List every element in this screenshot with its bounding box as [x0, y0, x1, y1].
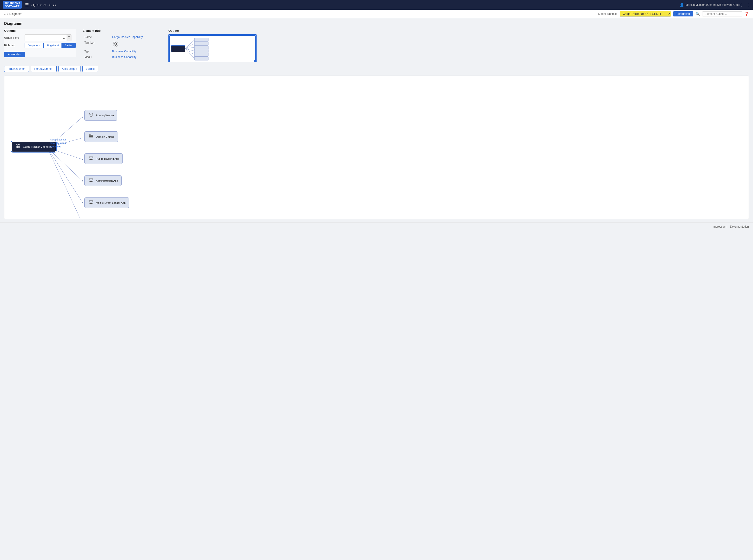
info-typ-value[interactable]: Business Capability — [112, 50, 136, 53]
svg-rect-16 — [194, 38, 208, 42]
info-typicon-row: Typ-Icon — [82, 40, 161, 49]
depth-arrows: ▲ ▼ — [66, 35, 71, 41]
herauszoomen-button[interactable]: Herauszoomen — [31, 66, 57, 72]
dokumentation-link[interactable]: Dokumentation — [730, 225, 749, 228]
svg-line-15 — [185, 49, 194, 58]
label-processes: processes — [50, 145, 66, 148]
svg-rect-21 — [194, 57, 208, 60]
mobile-event-logger-label: Mobile Event Logger App — [96, 201, 126, 204]
depth-input-wrap: ▲ ▼ — [24, 34, 72, 41]
outline-box[interactable] — [169, 34, 256, 62]
svg-rect-55 — [90, 203, 92, 204]
node-cargo-tracker-service-app[interactable]: Cargo Tracker Service App — [84, 219, 131, 219]
svg-point-28 — [18, 146, 20, 148]
logo: GENERATIVE SOFTWARE — [3, 1, 22, 8]
svg-point-3 — [116, 45, 117, 46]
diagram-toolbar: Hineinzoomen Herauszoomen Alles zeigen V… — [4, 66, 749, 72]
element-info-table: Name Cargo Tracker Capability Typ-Icon — [82, 34, 161, 60]
chevron-icon: ▾ — [31, 4, 32, 6]
svg-point-23 — [254, 60, 256, 62]
nav-right: 👤 Marcus Munzert (Generative Software Gm… — [679, 2, 750, 7]
routing-service-label: RoutingService — [96, 114, 114, 117]
svg-rect-18 — [194, 45, 208, 49]
context-label: Modell-Kontext: — [598, 12, 618, 16]
richtung-label: Richtung — [4, 44, 23, 47]
richtung-row: Richtung Ausgehend Eingehend Beides — [4, 43, 76, 48]
impressum-link[interactable]: Impressum — [713, 225, 726, 228]
model-context-select[interactable]: Cargo Tracker (0-SNAPSHOT) — [620, 11, 671, 17]
svg-rect-56 — [90, 201, 92, 202]
bearbeiten-button[interactable]: Bearbeiten — [673, 12, 693, 17]
alles-zeigen-button[interactable]: Alles zeigen — [58, 66, 80, 72]
outline-title: Outline — [169, 29, 749, 33]
vollbild-button[interactable]: Vollbild — [82, 66, 98, 72]
search-icon: 🔍 — [695, 12, 700, 16]
anwenden-button[interactable]: Anwenden — [4, 52, 25, 57]
help-icon[interactable]: ❓ — [745, 12, 749, 16]
node-cargo-tracker-capability[interactable]: Cargo Tracker Capability — [12, 141, 56, 152]
options-title: Options — [4, 29, 76, 33]
eingehend-button[interactable]: Eingehend — [44, 43, 62, 48]
graph-tiefe-row: Graph-Tiefe ▲ ▼ — [4, 34, 76, 41]
svg-point-1 — [116, 42, 117, 44]
svg-point-0 — [113, 42, 115, 44]
info-modul-label: Modul — [82, 54, 110, 60]
more-icon[interactable]: ⋮ — [746, 2, 750, 7]
svg-point-25 — [17, 144, 18, 145]
routing-service-icon — [88, 112, 94, 118]
svg-point-26 — [18, 144, 20, 145]
typ-icon-cell — [112, 41, 160, 47]
svg-rect-46 — [90, 157, 92, 158]
svg-line-13 — [185, 49, 194, 51]
administration-app-label: Administration App — [96, 179, 118, 182]
node-administration-app[interactable]: Administration App — [84, 176, 121, 186]
info-modul-value[interactable]: Business Capability — [112, 55, 136, 59]
diagram-canvas[interactable]: Cargo Tracker Capability Default Storage… — [4, 76, 749, 219]
public-tracking-app-label: Public Tracking App — [96, 157, 119, 160]
svg-line-14 — [185, 49, 194, 55]
svg-rect-19 — [194, 49, 208, 53]
svg-rect-17 — [194, 42, 208, 45]
graph-tiefe-label: Graph-Tiefe — [4, 36, 23, 39]
breadcrumb-current: Diagramm — [9, 12, 22, 16]
administration-app-icon — [88, 178, 94, 184]
node-public-tracking-app[interactable]: Public Tracking App — [84, 154, 123, 164]
svg-rect-39 — [89, 135, 93, 136]
page-content: Diagramm Options Graph-Tiefe ▲ ▼ Richtun… — [0, 18, 753, 222]
svg-rect-45 — [90, 159, 92, 160]
outline-svg — [169, 35, 256, 62]
user-info: 👤 Marcus Munzert (Generative Software Gm… — [679, 3, 742, 7]
node-domain-entities[interactable]: Domain Entities — [84, 132, 118, 142]
node-cargo-tracker-label: Cargo Tracker Capability — [23, 145, 53, 148]
search-input[interactable] — [702, 12, 742, 17]
domain-entities-label: Domain Entities — [96, 135, 115, 138]
depth-down-arrow[interactable]: ▼ — [67, 38, 71, 41]
info-row: Options Graph-Tiefe ▲ ▼ Richtung Ausgehe… — [4, 29, 749, 62]
info-typ-row: Typ Business Capability — [82, 49, 161, 54]
outline-panel: Outline — [169, 29, 749, 62]
svg-rect-40 — [89, 136, 93, 137]
ausgehend-button[interactable]: Ausgehend — [24, 43, 44, 48]
user-name: Marcus Munzert (Generative Software GmbH… — [686, 3, 742, 6]
graph-tiefe-input[interactable] — [25, 35, 66, 41]
info-name-label: Name — [82, 34, 110, 40]
home-icon[interactable]: ⌂ — [4, 12, 6, 16]
node-routing-service[interactable]: RoutingService — [84, 110, 117, 121]
element-info-title: Element Info — [82, 29, 161, 33]
logo-line1: GENERATIVE — [4, 2, 20, 5]
quick-access-menu[interactable]: ▾ QUICK ACCESS — [31, 3, 56, 7]
info-modul-row: Modul Business Capability — [82, 54, 161, 60]
beides-button[interactable]: Beides — [62, 43, 76, 48]
footer: Impressum Dokumentation — [0, 222, 753, 231]
quick-access-label: QUICK ACCESS — [33, 3, 56, 7]
hineinzoomen-button[interactable]: Hineinzoomen — [4, 66, 29, 72]
depth-up-arrow[interactable]: ▲ — [67, 35, 71, 38]
page-title: Diagramm — [4, 22, 749, 26]
options-panel: Options Graph-Tiefe ▲ ▼ Richtung Ausgehe… — [4, 29, 76, 57]
public-tracking-app-icon — [88, 156, 94, 162]
info-typ-label: Typ — [82, 49, 110, 54]
info-name-value[interactable]: Cargo Tracker Capability — [112, 36, 143, 39]
node-mobile-event-logger-app[interactable]: Mobile Event Logger App — [84, 198, 129, 208]
label-ui-applications: UI Applications — [50, 141, 66, 145]
hamburger-icon[interactable]: ☰ — [25, 2, 29, 7]
